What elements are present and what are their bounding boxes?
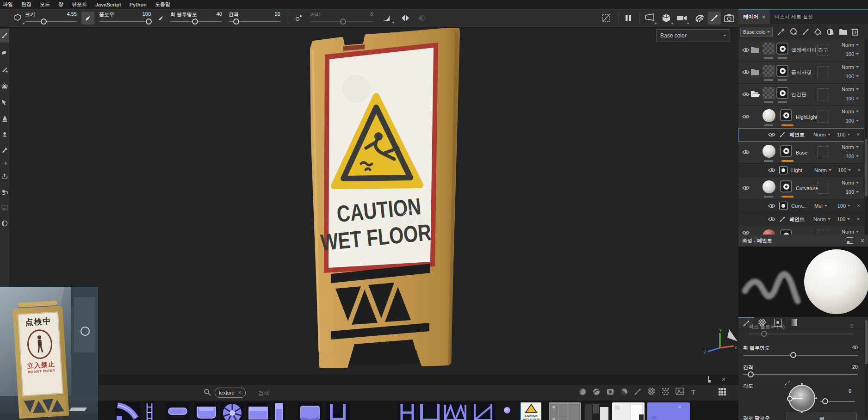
layer-row-base[interactable]: Base Norm 100: [738, 142, 864, 164]
asset-thumbnail-sphere-dot[interactable]: [502, 402, 513, 420]
opacity-dropdown[interactable]: 100: [837, 203, 850, 209]
paint-mode-button[interactable]: [708, 12, 721, 25]
layer-mask-thumbnail[interactable]: [780, 109, 792, 121]
visibility-eye-icon[interactable]: [742, 47, 750, 53]
pause-engine-button[interactable]: [622, 12, 635, 25]
blend-mode-dropdown[interactable]: Norm: [842, 109, 859, 114]
falloff-curve-button[interactable]: [380, 12, 393, 25]
grid-view-icon[interactable]: [718, 388, 726, 396]
remove-sublayer-icon[interactable]: ×: [856, 216, 860, 222]
reference-image[interactable]: 点検中 立入禁止 DO NOT ENTER: [0, 287, 98, 420]
asset-thumbnail-white-texture[interactable]: [612, 402, 645, 420]
visibility-eye-icon[interactable]: [742, 92, 750, 97]
layer-row-elevator-warning[interactable]: 엘레베이터 경고 Norm 100: [738, 39, 864, 62]
layer-content-thumbnail[interactable]: [763, 65, 775, 77]
menu-mode[interactable]: 모드: [40, 1, 50, 8]
layer-row-standing-sign[interactable]: 입간판 Norm 100: [738, 84, 864, 106]
selection-visibility-button[interactable]: [600, 12, 613, 25]
wet-floor-sign-model[interactable]: CAUTION WET FLOOR: [291, 28, 477, 375]
stroke-opacity-slider[interactable]: 획 불투명도 40: [169, 11, 223, 26]
asset-thumbnail-caution-sign[interactable]: CAUTION WET FLOOR: [520, 402, 541, 420]
symmetry-button[interactable]: [399, 12, 412, 25]
visibility-eye-icon[interactable]: [768, 216, 775, 222]
menu-edit[interactable]: 편집: [21, 1, 31, 8]
asset-thumbnail-tray[interactable]: [194, 402, 218, 420]
add-effect-icon[interactable]: [777, 28, 785, 36]
filter-text-icon[interactable]: T: [691, 388, 695, 396]
projection-mode-button[interactable]: [643, 12, 656, 25]
sublayer-row-light[interactable]: Light Norm 100 ×: [738, 164, 864, 177]
opacity-dropdown[interactable]: 100: [846, 154, 859, 159]
blend-mode-dropdown[interactable]: Norm: [842, 229, 859, 235]
environment-sphere-tool[interactable]: [0, 217, 9, 229]
asset-thumbnail-bar[interactable]: [166, 402, 190, 420]
angle-mini-slider[interactable]: [820, 401, 855, 402]
blend-mode-dropdown[interactable]: Norm: [813, 132, 831, 137]
search-filter-chip[interactable]: texture ×: [215, 388, 246, 398]
sublayer-row-paint-selected[interactable]: 페인트 Norm 100 ×: [738, 128, 864, 142]
blend-mode-dropdown[interactable]: Norm: [814, 167, 831, 173]
blend-mode-dropdown[interactable]: Norm: [842, 180, 859, 185]
opacity-dropdown[interactable]: 100: [846, 118, 859, 124]
material-sphere-thumbnail[interactable]: [763, 180, 775, 193]
stencil-image-tool[interactable]: [0, 202, 9, 214]
menu-python[interactable]: Python: [130, 2, 147, 7]
spacing-slider[interactable]: 간격 20: [228, 11, 281, 26]
opacity-dropdown[interactable]: 100: [837, 216, 850, 222]
asset-thumbnail-fan[interactable]: [220, 402, 244, 420]
blend-mode-dropdown[interactable]: Norm: [842, 86, 859, 92]
menu-viewport[interactable]: 뷰포트: [72, 1, 87, 8]
visibility-eye-icon[interactable]: [768, 167, 775, 173]
flow-slider[interactable]: 플로우 100: [98, 11, 152, 26]
asset-thumbnail-ladder[interactable]: [145, 402, 154, 420]
channel-dropdown[interactable]: Base color: [656, 29, 730, 42]
filter-smart-masks-icon[interactable]: [606, 388, 614, 396]
opacity-dropdown[interactable]: 100: [846, 189, 859, 195]
brush-tip-button[interactable]: [81, 12, 94, 25]
viewport-3d[interactable]: CAUTION WET FLOOR Base color: [9, 28, 738, 375]
blend-mode-dropdown[interactable]: Norm: [813, 216, 831, 222]
brush-profile-button[interactable]: [155, 12, 167, 25]
add-fill-layer-icon[interactable]: [814, 28, 822, 36]
mesh-view-button[interactable]: [660, 12, 673, 25]
material-sphere-thumbnail[interactable]: [763, 109, 775, 122]
layer-content-thumbnail[interactable]: [763, 43, 775, 55]
opacity-dropdown[interactable]: 100: [838, 167, 851, 173]
filter-smart-materials-icon[interactable]: [592, 388, 601, 396]
particles-button[interactable]: [693, 12, 706, 25]
stamp-tool-button[interactable]: [11, 12, 24, 25]
search-placeholder[interactable]: 검색: [258, 389, 269, 397]
layers-scrollbar[interactable]: [865, 39, 868, 235]
add-paint-layer-icon[interactable]: [802, 28, 810, 36]
menu-window[interactable]: 창: [58, 1, 63, 8]
layer-content-thumbnail[interactable]: [763, 87, 775, 99]
menu-javascript[interactable]: JavaScript: [95, 2, 121, 7]
layer-row-highlight[interactable]: HighLight Norm 100: [738, 106, 864, 128]
symmetry-radial-button[interactable]: [415, 12, 428, 25]
polygon-fill-tool[interactable]: [0, 80, 9, 93]
export-tool[interactable]: [0, 170, 9, 182]
dock-icon[interactable]: [708, 376, 709, 383]
close-icon[interactable]: ×: [722, 376, 725, 383]
instances-tool[interactable]: [0, 186, 9, 198]
stamp-tool[interactable]: [0, 129, 9, 141]
eraser-tool[interactable]: [0, 46, 9, 58]
visibility-eye-icon[interactable]: [742, 69, 750, 75]
paint-tool[interactable]: [0, 29, 9, 43]
close-icon[interactable]: ×: [861, 237, 864, 244]
opacity-dropdown[interactable]: 100: [846, 96, 859, 101]
dock-icon[interactable]: [847, 237, 853, 244]
visibility-eye-icon[interactable]: [768, 132, 775, 137]
material-picker-tool[interactable]: [0, 144, 9, 156]
spacing-slider[interactable]: 간격 20: [743, 364, 858, 381]
filter-alphas-icon[interactable]: [648, 388, 655, 396]
smudge-tool[interactable]: [0, 96, 9, 108]
min-flow-slider[interactable]: 최소 플로우 (%) 5: [749, 323, 853, 340]
angle-dial[interactable]: 0: [788, 385, 815, 412]
tab-texture-set-settings[interactable]: 텍스처 세트 설정: [770, 10, 818, 24]
clone-tool[interactable]: [0, 113, 9, 125]
visibility-eye-icon[interactable]: [768, 203, 775, 209]
menu-help[interactable]: 도움말: [155, 1, 170, 8]
visibility-eye-icon[interactable]: [742, 185, 750, 191]
asset-thumbnail-normal-map[interactable]: [647, 402, 690, 420]
